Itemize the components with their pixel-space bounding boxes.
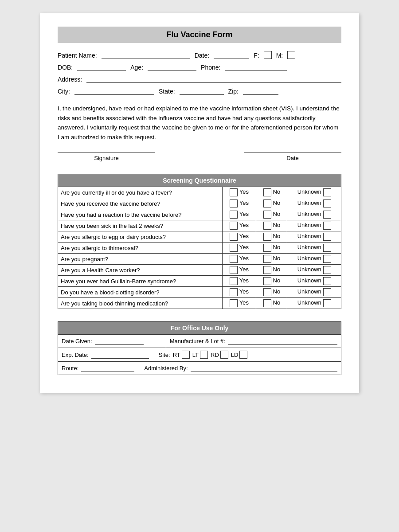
sq-row: Are you currently ill or do you have a f… — [58, 187, 341, 198]
rd-group: RD — [211, 351, 228, 359]
date-given-input[interactable] — [95, 337, 144, 345]
sq-question: Do you have a blood-clotting disorder? — [58, 287, 223, 298]
sq-unknown-cell: Unknown — [287, 265, 341, 276]
yes-checkbox[interactable] — [230, 255, 238, 263]
m-checkbox[interactable] — [287, 51, 295, 59]
unknown-checkbox[interactable] — [323, 244, 331, 252]
age-input[interactable] — [148, 63, 196, 71]
exp-date-input[interactable] — [91, 351, 149, 359]
phone-input[interactable] — [225, 63, 287, 71]
m-label: M: — [276, 52, 283, 59]
state-input[interactable] — [180, 87, 224, 95]
no-checkbox[interactable] — [263, 288, 271, 296]
state-label: State: — [159, 88, 175, 95]
unknown-label: Unknown — [297, 211, 321, 218]
sq-row: Are you allergic to thimerosal?YesNoUnkn… — [58, 243, 341, 254]
yes-checkbox[interactable] — [230, 211, 238, 219]
sq-yes-cell: Yes — [222, 265, 256, 276]
yes-checkbox[interactable] — [230, 188, 238, 196]
yes-checkbox[interactable] — [230, 266, 238, 274]
exp-site-cell: Exp. Date: Site: RT LT RD — [58, 348, 341, 362]
patient-name-row: Patient Name: Date: F: M: — [58, 51, 341, 59]
office-row-2: Exp. Date: Site: RT LT RD — [58, 348, 341, 362]
no-checkbox[interactable] — [263, 200, 271, 207]
city-input[interactable] — [74, 87, 154, 95]
sq-no-cell: No — [256, 243, 287, 254]
no-checkbox[interactable] — [263, 244, 271, 252]
unknown-label: Unknown — [297, 266, 321, 273]
date-input[interactable] — [214, 51, 249, 59]
yes-label: Yes — [239, 211, 249, 218]
sq-row: Are you taking blood-thinning medication… — [58, 298, 341, 309]
f-checkbox[interactable] — [264, 51, 272, 59]
no-label: No — [273, 233, 281, 240]
unknown-label: Unknown — [297, 233, 321, 240]
no-checkbox[interactable] — [263, 211, 271, 219]
unknown-checkbox[interactable] — [323, 266, 331, 274]
age-label: Age: — [130, 64, 143, 71]
yes-checkbox[interactable] — [230, 244, 238, 252]
no-checkbox[interactable] — [263, 277, 271, 285]
no-label: No — [273, 289, 281, 295]
no-checkbox[interactable] — [263, 299, 271, 307]
patient-name-input[interactable] — [102, 51, 190, 59]
no-label: No — [273, 189, 281, 196]
address-label: Address: — [58, 76, 82, 83]
sq-yes-cell: Yes — [222, 287, 256, 298]
manufacturer-lot-input[interactable] — [228, 337, 337, 345]
rd-checkbox[interactable] — [220, 351, 228, 359]
yes-checkbox[interactable] — [230, 288, 238, 296]
address-input[interactable] — [86, 75, 341, 83]
no-checkbox[interactable] — [263, 188, 271, 196]
rt-checkbox[interactable] — [182, 351, 190, 359]
rt-group: RT — [173, 351, 190, 359]
yes-checkbox[interactable] — [230, 233, 238, 241]
unknown-checkbox[interactable] — [323, 255, 331, 263]
sq-row: Are you a Health Care worker?YesNoUnknow… — [58, 265, 341, 276]
screening-questionnaire-table: Screening Questionnaire Are you currentl… — [58, 174, 341, 309]
dob-row: DOB: Age: Phone: — [58, 63, 341, 71]
route-input[interactable] — [81, 364, 134, 372]
no-checkbox[interactable] — [263, 266, 271, 274]
office-row-1: Date Given: Manufacturer & Lot #: — [58, 335, 341, 348]
sq-unknown-cell: Unknown — [287, 287, 341, 298]
administered-by-input[interactable] — [191, 364, 337, 372]
unknown-checkbox[interactable] — [323, 188, 331, 196]
date-sig-block: Date — [244, 153, 341, 161]
sq-question: Have you had a reaction to the vaccine b… — [58, 209, 223, 220]
lt-checkbox[interactable] — [200, 351, 208, 359]
unknown-checkbox[interactable] — [323, 288, 331, 296]
sq-yes-cell: Yes — [222, 254, 256, 265]
unknown-label: Unknown — [297, 244, 321, 251]
unknown-checkbox[interactable] — [323, 200, 331, 207]
signature-line — [58, 153, 155, 153]
unknown-checkbox[interactable] — [323, 233, 331, 241]
unknown-checkbox[interactable] — [323, 222, 331, 230]
unknown-label: Unknown — [297, 300, 321, 306]
unknown-checkbox[interactable] — [323, 277, 331, 285]
ld-checkbox[interactable] — [239, 351, 247, 359]
sq-no-cell: No — [256, 287, 287, 298]
unknown-checkbox[interactable] — [323, 211, 331, 219]
yes-label: Yes — [239, 189, 249, 196]
yes-label: Yes — [239, 266, 249, 273]
yes-checkbox[interactable] — [230, 200, 238, 207]
dob-input[interactable] — [77, 63, 126, 71]
yes-label: Yes — [239, 233, 249, 240]
unknown-checkbox[interactable] — [323, 299, 331, 307]
yes-checkbox[interactable] — [230, 277, 238, 285]
signature-label: Signature — [94, 155, 119, 161]
no-checkbox[interactable] — [263, 222, 271, 230]
signature-block: Signature — [58, 153, 155, 161]
yes-checkbox[interactable] — [230, 222, 238, 230]
date-label: Date: — [195, 52, 209, 59]
sq-no-cell: No — [256, 298, 287, 309]
yes-checkbox[interactable] — [230, 299, 238, 307]
no-checkbox[interactable] — [263, 233, 271, 241]
address-row: Address: — [58, 75, 341, 83]
no-checkbox[interactable] — [263, 255, 271, 263]
zip-input[interactable] — [243, 87, 278, 95]
site-label: Site: — [159, 352, 170, 358]
route-admin-group: Route: Administered By: — [62, 364, 337, 372]
yes-label: Yes — [239, 255, 249, 262]
